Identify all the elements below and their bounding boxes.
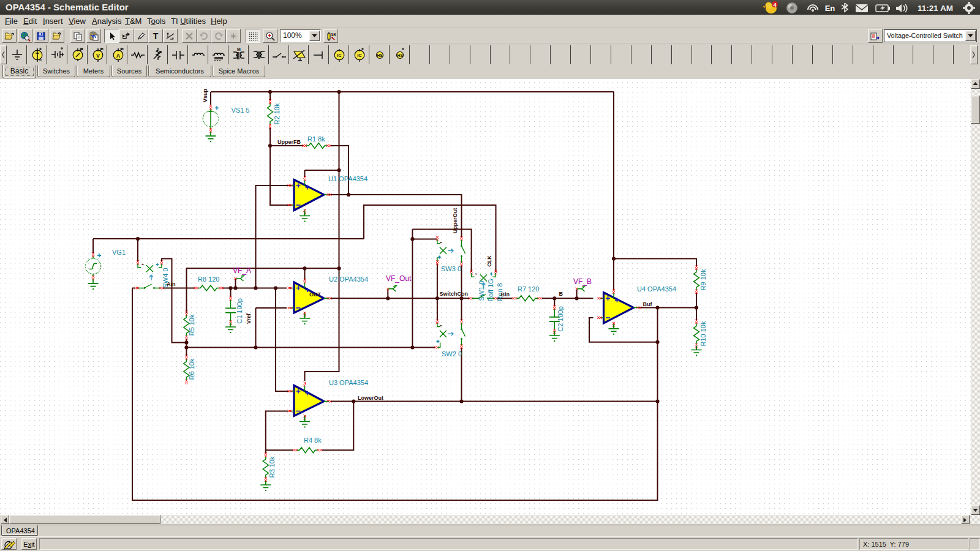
svg-text:R7 120: R7 120 <box>518 285 539 293</box>
svg-text:Vref: Vref <box>246 313 252 324</box>
svg-text:V: V <box>96 53 100 59</box>
svg-text:4: 4 <box>773 2 776 8</box>
svg-text:VF_B: VF_B <box>573 277 592 286</box>
svg-text:R3 10k: R3 10k <box>268 456 276 478</box>
svg-text:R6 10k: R6 10k <box>188 358 195 380</box>
svg-text:SW1 0: SW1 0 <box>478 280 485 301</box>
svg-text:HS: HS <box>398 53 404 58</box>
svg-text:SW3 0: SW3 0 <box>441 265 461 272</box>
svg-text:VF_A: VF_A <box>233 266 251 275</box>
svg-text:Roff 1G: Roff 1G <box>487 279 494 302</box>
svg-text:VS1 5: VS1 5 <box>232 107 250 114</box>
svg-text:VG1: VG1 <box>112 249 126 256</box>
svg-text:SW2 0: SW2 0 <box>442 350 462 358</box>
svg-text:Bin: Bin <box>501 291 510 298</box>
svg-text:R5 10k: R5 10k <box>188 314 195 335</box>
svg-text:R10 10k: R10 10k <box>699 321 707 346</box>
svg-text:R1 8k: R1 8k <box>307 135 325 143</box>
svg-text:1K: 1K <box>331 32 336 37</box>
svg-text:LowerOut: LowerOut <box>358 395 383 401</box>
svg-text:B: B <box>559 291 564 297</box>
svg-text:R9 10k: R9 10k <box>699 269 707 290</box>
svg-text:IC: IC <box>358 53 363 58</box>
svg-text:U4 OPA4354: U4 OPA4354 <box>637 285 676 293</box>
svg-text:HS: HS <box>377 53 383 58</box>
svg-text:OUT: OUT <box>309 291 322 298</box>
svg-text:R8 120: R8 120 <box>198 276 219 283</box>
svg-text:U2 OPA4354: U2 OPA4354 <box>329 276 368 283</box>
svg-text:CLK: CLK <box>486 255 492 267</box>
svg-text:U3 OPA4354: U3 OPA4354 <box>329 379 368 386</box>
svg-text:A: A <box>116 53 120 59</box>
svg-text:R2 10k: R2 10k <box>273 103 281 124</box>
svg-text:Vsup: Vsup <box>202 89 208 103</box>
svg-text:T: T <box>153 31 159 41</box>
svg-text:SwitchCon: SwitchCon <box>440 291 469 297</box>
svg-text:R4 8k: R4 8k <box>304 437 322 444</box>
svg-text:11:21 AM: 11:21 AM <box>918 4 953 13</box>
svg-text:C1 100p: C1 100p <box>236 298 243 324</box>
svg-text:U1 OPA4354: U1 OPA4354 <box>328 175 368 182</box>
svg-text:En: En <box>825 4 835 13</box>
svg-text:Buf: Buf <box>643 301 653 307</box>
svg-text:Ain: Ain <box>167 281 176 287</box>
svg-text:IC: IC <box>337 53 342 58</box>
svg-text:VF_Out: VF_Out <box>386 274 412 283</box>
svg-text:UpperFB: UpperFB <box>277 139 301 145</box>
svg-text:M: M <box>237 47 241 51</box>
svg-text:C2 100p: C2 100p <box>557 306 564 332</box>
svg-text:UpperOut: UpperOut <box>452 208 458 234</box>
